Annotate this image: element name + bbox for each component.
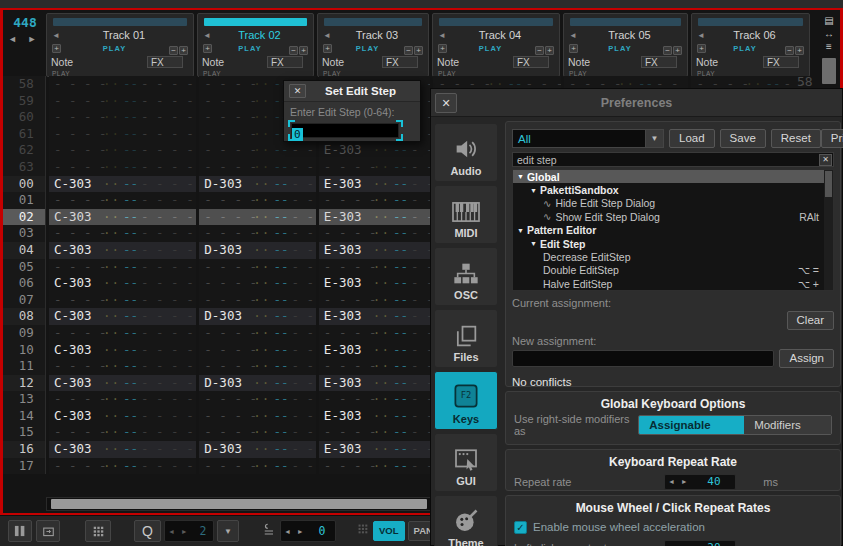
pattern-cell[interactable]: E-303··--- - - - xyxy=(319,275,431,292)
tree-row[interactable]: Halve EditStep⌥ + xyxy=(513,277,833,290)
sidebar-item-files[interactable]: Files xyxy=(434,309,498,368)
load-button[interactable]: Load xyxy=(669,129,715,148)
tree-expand-icon[interactable]: ▼ xyxy=(517,173,524,180)
stepper-arrows-icon[interactable]: ◄ ► xyxy=(165,528,193,535)
add-column-button[interactable]: + xyxy=(438,44,447,53)
remove-column-button[interactable]: − xyxy=(289,46,298,55)
tree-row[interactable]: ∿Show Edit Step DialogRAlt xyxy=(513,210,833,223)
collapse-track-icon[interactable]: ◄ xyxy=(203,31,211,40)
pattern-cell[interactable]: - - - -··--- - - - xyxy=(49,109,196,126)
sidebar-item-theme[interactable]: Theme xyxy=(434,495,498,546)
remove-column-button[interactable]: − xyxy=(535,46,544,55)
track-play-button[interactable]: PLAY xyxy=(61,44,168,53)
collapse-track-icon[interactable]: ◄ xyxy=(569,31,577,40)
tree-row[interactable]: ▼PakettiSandbox xyxy=(513,183,833,196)
save-button[interactable]: Save xyxy=(720,129,766,148)
pattern-cell[interactable]: - - - -··--- - - - xyxy=(319,225,431,242)
track-play-button[interactable]: PLAY xyxy=(706,44,784,53)
pattern-cell[interactable]: - - - -··--- - - - xyxy=(199,192,316,209)
pattern-cell[interactable]: - - - -··--- - - - xyxy=(199,225,316,242)
assign-button[interactable]: Assign xyxy=(779,349,834,368)
pattern-cell[interactable]: - - - -··--- - - - xyxy=(49,159,196,176)
pattern-cell[interactable]: - - - -··--- - - - xyxy=(49,292,196,309)
column-toggle-vol[interactable]: VOL xyxy=(373,521,405,541)
pattern-cell[interactable]: - - - -··--- - - - xyxy=(199,408,316,425)
repeat-rate-stepper[interactable]: ◄ ► 40 xyxy=(664,474,736,490)
sidebar-item-osc[interactable]: OSC xyxy=(434,247,498,306)
remove-column-button[interactable]: − xyxy=(663,46,672,55)
pattern-cell[interactable]: - - - -··--- - - - xyxy=(319,159,431,176)
edit-step-input[interactable]: 0 xyxy=(291,123,399,138)
add-column-button[interactable]: + xyxy=(299,46,308,55)
clear-button[interactable]: Clear xyxy=(787,311,834,330)
pattern-cell[interactable]: C-303··--- - - - xyxy=(49,242,196,259)
block-loop-button[interactable] xyxy=(36,520,60,542)
pattern-matrix-button[interactable] xyxy=(85,520,111,542)
pattern-cell[interactable]: C-303··--- - - - xyxy=(49,176,196,193)
pattern-cell[interactable]: C-303··--- - - - xyxy=(49,408,196,425)
pattern-cell[interactable]: - - - -··--- - - - xyxy=(49,142,196,159)
pattern-cell[interactable]: - - - -··--- - - - xyxy=(319,259,431,276)
track-header[interactable]: ◄Track 04+PLAY−+NoteFXPLAY xyxy=(432,13,560,77)
pattern-cell[interactable]: E-303··--- - - - xyxy=(319,441,431,458)
sidebar-item-gui[interactable]: GUI xyxy=(434,433,498,492)
vertical-scrollbar-thumb[interactable] xyxy=(822,58,836,84)
pattern-cell[interactable]: - - - -··--- - - - xyxy=(199,159,316,176)
tree-expand-icon[interactable]: ▼ xyxy=(530,240,537,247)
stepper-arrows-icon[interactable]: ◄ ► xyxy=(665,478,693,485)
collapse-track-icon[interactable]: ◄ xyxy=(697,31,705,40)
print-button[interactable]: Print xyxy=(821,129,843,148)
pattern-cell[interactable]: E-303··--- - - - xyxy=(319,242,431,259)
track-play-button[interactable]: PLAY xyxy=(332,44,403,53)
keyboard-focus-icon[interactable]: ▤ xyxy=(820,14,838,27)
pattern-cell[interactable]: - - - -··--- - - - xyxy=(199,275,316,292)
tree-row[interactable]: ▼Edit Step xyxy=(513,237,833,250)
pattern-cell[interactable]: - - - -··--- - - - xyxy=(319,391,431,408)
pattern-view-toggle-button[interactable] xyxy=(8,520,32,542)
pattern-cell[interactable]: - - - -··--- - - - xyxy=(49,325,196,342)
edit-step-stepper[interactable]: ◄ ► 0 xyxy=(280,520,336,542)
pattern-cell[interactable]: - - - -··--- - - - xyxy=(319,192,431,209)
pattern-cell[interactable]: - - - -··--- - - - xyxy=(49,259,196,276)
pattern-cell[interactable]: C-303··--- - - - xyxy=(49,275,196,292)
add-column-button[interactable]: + xyxy=(795,46,804,55)
tree-expand-icon[interactable]: ▼ xyxy=(530,187,537,194)
track-header[interactable]: ◄Track 03+PLAY−+NoteFXPLAY xyxy=(317,13,429,77)
pattern-cell[interactable]: - - - -··--- - - - xyxy=(199,391,316,408)
add-column-button[interactable]: + xyxy=(697,44,706,53)
sidebar-item-keys[interactable]: F2Keys xyxy=(434,371,498,430)
add-column-button[interactable]: + xyxy=(179,46,188,55)
track-header[interactable]: ◄Track 05+PLAY−+NoteFXPLAY xyxy=(563,13,688,77)
add-column-button[interactable]: + xyxy=(414,46,423,55)
pattern-cell[interactable]: D-303··--- - - - xyxy=(199,441,316,458)
pattern-cell[interactable]: E-303··--- - - - xyxy=(319,209,431,226)
track-play-button[interactable]: PLAY xyxy=(578,44,662,53)
pattern-cell[interactable]: - - - -··--- - - - xyxy=(49,192,196,209)
pattern-cell[interactable]: - - - -··--- - - - xyxy=(49,391,196,408)
add-column-button[interactable]: + xyxy=(203,44,212,53)
pattern-cell[interactable]: D-303··--- - - - xyxy=(199,308,316,325)
clear-search-icon[interactable]: ✕ xyxy=(819,154,832,166)
track-header[interactable]: ◄Track 01+PLAY−+NoteFXPLAY xyxy=(46,13,194,77)
collapse-track-icon[interactable]: ◄ xyxy=(323,31,331,40)
sidebar-item-midi[interactable]: MIDI xyxy=(434,185,498,244)
pattern-cell[interactable]: - - - -··--- - - - xyxy=(49,458,196,475)
pattern-cell[interactable]: - - - -··--- - - - xyxy=(49,126,196,143)
pattern-cell[interactable]: C-303··--- - - - xyxy=(49,308,196,325)
collapse-track-icon[interactable]: ◄ xyxy=(438,31,446,40)
close-icon[interactable]: ✕ xyxy=(435,93,457,113)
pattern-cell[interactable]: - - - -··--- - - - xyxy=(49,93,196,110)
pattern-cell[interactable]: D-303··--- - - - xyxy=(199,242,316,259)
chevron-down-icon[interactable]: ▼ xyxy=(645,130,663,147)
track-header[interactable]: ◄Track 02+PLAY−+NoteFXPLAY xyxy=(197,13,314,77)
pattern-cell[interactable]: - - - -··--- - - - xyxy=(199,424,316,441)
add-column-button[interactable]: + xyxy=(545,46,554,55)
position-arrows[interactable]: ◄ ► xyxy=(8,34,40,44)
pattern-cell[interactable]: E-303··--- - - - xyxy=(319,342,431,359)
quantize-button[interactable]: Q xyxy=(134,520,161,542)
quantize-stepper[interactable]: ◄ ► 2 xyxy=(164,520,214,542)
pattern-cell[interactable]: - - - -··--- - - - xyxy=(199,259,316,276)
pattern-cell[interactable]: D-303··--- - - - xyxy=(199,375,316,392)
pattern-cell[interactable]: - - - -··--- - - - xyxy=(49,424,196,441)
pattern-cell[interactable]: - - - -··--- - - - xyxy=(199,325,316,342)
